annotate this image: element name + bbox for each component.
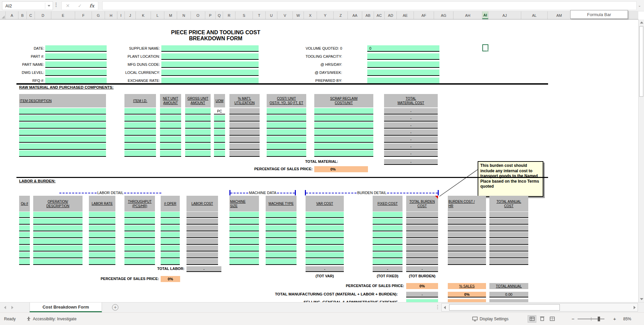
display-settings-button[interactable]: Display Settings bbox=[480, 313, 508, 325]
gross-unit-cell[interactable] bbox=[185, 143, 211, 150]
scroll-up-icon[interactable] bbox=[640, 21, 643, 24]
total-mfg-value[interactable]: - bbox=[406, 292, 438, 297]
horizontal-scrollbar[interactable] bbox=[441, 303, 638, 312]
scrap-reclaim-cell[interactable] bbox=[314, 129, 373, 136]
uom-cell[interactable] bbox=[214, 122, 225, 129]
column-header[interactable]: D bbox=[35, 11, 51, 19]
zoom-in-button[interactable]: + bbox=[613, 313, 616, 325]
burden-cost-hr-cell[interactable] bbox=[448, 245, 486, 251]
burden-cost-hr-cell[interactable] bbox=[448, 259, 486, 265]
gross-unit-cell[interactable] bbox=[185, 115, 211, 122]
op-num-cell[interactable] bbox=[19, 239, 30, 245]
total-annual-cell[interactable] bbox=[489, 225, 528, 231]
total-material-cell[interactable]: - bbox=[384, 150, 438, 157]
op-num-cell[interactable] bbox=[19, 252, 30, 258]
column-header[interactable]: AC bbox=[374, 11, 385, 19]
column-header[interactable]: AG bbox=[434, 11, 453, 19]
total-burden-cell[interactable] bbox=[406, 225, 438, 231]
formula-bar-expand-icon[interactable]: ⌄ bbox=[638, 3, 641, 8]
machine-type-cell[interactable] bbox=[266, 259, 297, 265]
scrap-reclaim-cell[interactable] bbox=[314, 150, 373, 157]
total-burden-cell[interactable] bbox=[406, 212, 438, 218]
labor-rate-cell[interactable] bbox=[89, 245, 115, 251]
column-header[interactable]: AH bbox=[453, 11, 482, 19]
column-header[interactable]: AB bbox=[362, 11, 374, 19]
cost-unit-cell[interactable] bbox=[267, 136, 306, 143]
uom-cell[interactable] bbox=[214, 143, 225, 150]
net-unit-cell[interactable] bbox=[160, 115, 181, 122]
select-all-button[interactable] bbox=[0, 11, 6, 19]
column-header[interactable]: X bbox=[304, 11, 317, 19]
labor-row[interactable] bbox=[0, 259, 638, 266]
throughput-cell[interactable] bbox=[124, 232, 155, 238]
material-row[interactable]: - bbox=[0, 136, 638, 143]
total-annual-cell[interactable] bbox=[489, 239, 528, 245]
column-header[interactable]: Z bbox=[334, 11, 348, 19]
fixed-cost-cell[interactable] bbox=[373, 252, 402, 258]
spreadsheet-canvas[interactable]: PIECE PRICE AND TOOLING COST BREAKDOWN F… bbox=[0, 19, 638, 302]
material-row[interactable]: - bbox=[0, 122, 638, 129]
vertical-scrollbar[interactable] bbox=[638, 19, 644, 302]
fixed-cost-cell[interactable] bbox=[373, 239, 402, 245]
num-oper-cell[interactable] bbox=[161, 225, 180, 231]
fixed-cost-cell[interactable] bbox=[373, 232, 402, 238]
operation-cell[interactable] bbox=[33, 225, 83, 231]
labor-rate-cell[interactable] bbox=[89, 219, 115, 225]
zoom-slider-thumb[interactable] bbox=[598, 317, 600, 321]
burden-cost-hr-cell[interactable] bbox=[448, 219, 486, 225]
operation-cell[interactable] bbox=[33, 259, 83, 265]
labor-cost-cell[interactable] bbox=[186, 212, 218, 218]
op-num-cell[interactable] bbox=[19, 212, 30, 218]
labor-rate-cell[interactable] bbox=[89, 225, 115, 231]
operation-cell[interactable] bbox=[33, 219, 83, 225]
tot-var-value[interactable]: - bbox=[306, 266, 344, 272]
gross-unit-cell[interactable] bbox=[185, 108, 211, 114]
horizontal-scroll-thumb[interactable] bbox=[449, 304, 560, 311]
total-mfg-annual[interactable]: 0.00 bbox=[489, 292, 528, 297]
page-break-view-icon[interactable] bbox=[548, 315, 556, 323]
total-annual-cell[interactable] bbox=[489, 232, 528, 238]
total-burden-cell[interactable] bbox=[406, 232, 438, 238]
utilization-cell[interactable] bbox=[229, 136, 260, 143]
chevron-down-icon[interactable] bbox=[48, 5, 50, 7]
machine-size-cell[interactable] bbox=[229, 245, 259, 251]
net-unit-cell[interactable] bbox=[160, 129, 181, 136]
item-description-cell[interactable] bbox=[19, 150, 106, 157]
column-header[interactable]: S bbox=[235, 11, 253, 19]
machine-type-cell[interactable] bbox=[266, 225, 297, 231]
total-material-cell[interactable]: - bbox=[384, 115, 438, 122]
labor-cost-cell[interactable] bbox=[186, 225, 218, 231]
column-header[interactable]: K bbox=[136, 11, 151, 19]
total-mfg-pct[interactable]: 0% bbox=[448, 292, 486, 297]
vertical-scroll-thumb[interactable] bbox=[639, 26, 643, 97]
column-header[interactable]: I bbox=[117, 11, 125, 19]
labor-cost-cell[interactable] bbox=[186, 232, 218, 238]
var-cost-cell[interactable] bbox=[306, 252, 344, 258]
column-header[interactable]: AL bbox=[521, 11, 548, 19]
cost-unit-cell[interactable] bbox=[267, 150, 306, 157]
tot-burden-value[interactable]: - bbox=[406, 266, 438, 272]
item-description-cell[interactable] bbox=[19, 143, 106, 150]
column-header[interactable]: F bbox=[75, 11, 92, 19]
fill-handle[interactable] bbox=[487, 50, 489, 52]
utilization-cell[interactable] bbox=[229, 122, 260, 129]
labor-cost-cell[interactable] bbox=[186, 245, 218, 251]
fixed-cost-cell[interactable] bbox=[373, 219, 402, 225]
supplier-name-input[interactable] bbox=[161, 45, 259, 52]
num-oper-cell[interactable] bbox=[161, 232, 180, 238]
total-burden-cell[interactable] bbox=[406, 259, 438, 265]
active-cell-selection[interactable] bbox=[482, 44, 488, 51]
total-burden-cell[interactable] bbox=[406, 252, 438, 258]
labor-pct-value[interactable]: 0% bbox=[161, 276, 180, 282]
machine-type-cell[interactable] bbox=[266, 232, 297, 238]
burden-cost-hr-cell[interactable] bbox=[448, 212, 486, 218]
fixed-cost-cell[interactable] bbox=[373, 245, 402, 251]
item-description-cell[interactable] bbox=[19, 136, 106, 143]
column-header[interactable]: O bbox=[191, 11, 205, 19]
labor-row[interactable] bbox=[0, 219, 638, 225]
total-annual-cell[interactable] bbox=[489, 245, 528, 251]
machine-type-cell[interactable] bbox=[266, 252, 297, 258]
item-id-cell[interactable] bbox=[124, 150, 156, 157]
tooling-capacity-input[interactable] bbox=[367, 53, 439, 60]
total-material-cell[interactable]: - bbox=[384, 136, 438, 143]
